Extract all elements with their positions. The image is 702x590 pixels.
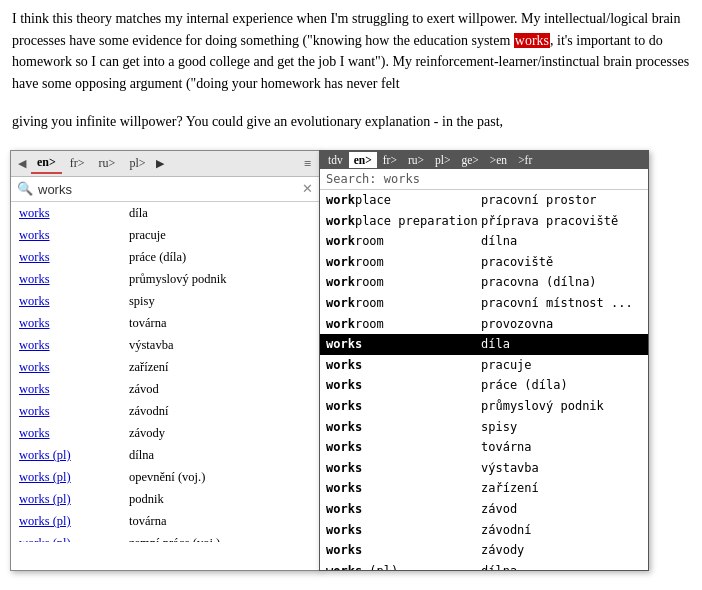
right-trans-workroom2: pracoviště xyxy=(481,253,553,272)
right-row-works4[interactable]: works průmyslový podnik xyxy=(320,396,648,417)
right-word-workroom5: workroom xyxy=(326,315,481,334)
right-word-works5: works xyxy=(326,418,481,437)
left-results-list: works díla works pracuje works práce (dí… xyxy=(11,202,319,542)
right-trans-works7: výstavba xyxy=(481,459,539,478)
left-trans-3: práce (díla) xyxy=(129,247,186,267)
right-word-works10: works xyxy=(326,521,481,540)
right-trans-works5: spisy xyxy=(481,418,517,437)
left-trans-9: závod xyxy=(129,379,159,399)
left-word-12[interactable]: works (pl) xyxy=(19,445,129,465)
right-trans-works8: zařízení xyxy=(481,479,539,498)
left-result-row-14: works (pl) podnik xyxy=(11,488,319,510)
left-word-5[interactable]: works xyxy=(19,291,129,311)
right-trans-workroom5: provozovna xyxy=(481,315,553,334)
right-word-works8: works xyxy=(326,479,481,498)
right-word-workplace2: workplace preparation xyxy=(326,212,481,231)
left-result-row-12: works (pl) dílna xyxy=(11,444,319,466)
tab-ru-left[interactable]: ru> xyxy=(93,154,122,173)
right-row-workroom3[interactable]: workroom pracovna (dílna) xyxy=(320,272,648,293)
left-trans-5: spisy xyxy=(129,291,155,311)
dict-overlay: ◀ en> fr> ru> pl> ▶ ≡ 🔍 ✕ works díla wor… xyxy=(10,150,649,571)
right-row-works3[interactable]: works práce (díla) xyxy=(320,375,648,396)
right-word-workroom1: workroom xyxy=(326,232,481,251)
right-word-works11: works xyxy=(326,541,481,560)
right-word-workspl1: works (pl) xyxy=(326,562,481,570)
left-result-row-16: works (pl) zemní práce (voj.) xyxy=(11,532,319,542)
right-word-works7: works xyxy=(326,459,481,478)
right-row-works5[interactable]: works spisy xyxy=(320,417,648,438)
left-word-1[interactable]: works xyxy=(19,203,129,223)
right-row-workroom1[interactable]: workroom dílna xyxy=(320,231,648,252)
left-word-6[interactable]: works xyxy=(19,313,129,333)
rtab-ge[interactable]: ge> xyxy=(456,152,483,168)
left-trans-4: průmyslový podnik xyxy=(129,269,227,289)
left-trans-13: opevnění (voj.) xyxy=(129,467,205,487)
left-word-3[interactable]: works xyxy=(19,247,129,267)
left-word-14[interactable]: works (pl) xyxy=(19,489,129,509)
rtab-fr[interactable]: fr> xyxy=(378,152,402,168)
left-word-8[interactable]: works xyxy=(19,357,129,377)
right-row-works7[interactable]: works výstavba xyxy=(320,458,648,479)
right-row-works8[interactable]: works zařízení xyxy=(320,478,648,499)
right-word-works6: works xyxy=(326,438,481,457)
right-row-workplace1[interactable]: workplace pracovní prostor xyxy=(320,190,648,211)
left-result-row-15: works (pl) továrna xyxy=(11,510,319,532)
left-result-row-4: works průmyslový podnik xyxy=(11,268,319,290)
rtab-fr-rev[interactable]: >fr xyxy=(513,152,537,168)
right-trans-workroom4: pracovní místnost ... xyxy=(481,294,633,313)
rtab-en[interactable]: en> xyxy=(349,152,377,168)
right-trans-works11: závody xyxy=(481,541,524,560)
tab-pl-left[interactable]: pl> xyxy=(123,154,151,173)
rtab-en-rev[interactable]: >en xyxy=(485,152,512,168)
tab-fr-left[interactable]: fr> xyxy=(64,154,91,173)
left-word-10[interactable]: works xyxy=(19,401,129,421)
search-input-left[interactable] xyxy=(38,182,302,197)
tab-more-left[interactable]: ▶ xyxy=(153,155,167,172)
highlighted-word: works xyxy=(514,33,550,48)
right-trans-works2: pracuje xyxy=(481,356,532,375)
left-result-row-10: works závodní xyxy=(11,400,319,422)
search-icon-left: 🔍 xyxy=(17,181,33,197)
left-word-11[interactable]: works xyxy=(19,423,129,443)
tab-left-arrow[interactable]: ◀ xyxy=(15,155,29,172)
right-trans-works3: práce (díla) xyxy=(481,376,568,395)
right-row-works6[interactable]: works továrna xyxy=(320,437,648,458)
right-row-works11[interactable]: works závody xyxy=(320,540,648,561)
left-word-9[interactable]: works xyxy=(19,379,129,399)
right-row-works9[interactable]: works závod xyxy=(320,499,648,520)
left-word-16[interactable]: works (pl) xyxy=(19,533,129,542)
main-text-bottom: giving you infinite willpower? You could… xyxy=(0,107,702,137)
right-row-works10[interactable]: works závodní xyxy=(320,520,648,541)
right-trans-workspl1: dílna xyxy=(481,562,517,570)
right-word-works4: works xyxy=(326,397,481,416)
right-row-workroom4[interactable]: workroom pracovní místnost ... xyxy=(320,293,648,314)
left-word-15[interactable]: works (pl) xyxy=(19,511,129,531)
left-trans-12: dílna xyxy=(129,445,154,465)
right-search-value: works xyxy=(384,172,420,186)
right-row-workspl1[interactable]: works (pl) dílna xyxy=(320,561,648,570)
right-row-workroom2[interactable]: workroom pracoviště xyxy=(320,252,648,273)
left-trans-10: závodní xyxy=(129,401,169,421)
right-row-workplace2[interactable]: workplace preparation příprava pracovišt… xyxy=(320,211,648,232)
rtab-pl[interactable]: pl> xyxy=(430,152,455,168)
tab-menu-left[interactable]: ≡ xyxy=(300,154,315,174)
rtab-tdv[interactable]: tdv xyxy=(323,152,348,168)
right-word-workroom4: workroom xyxy=(326,294,481,313)
left-result-row-6: works továrna xyxy=(11,312,319,334)
bottom-text-content: giving you infinite willpower? You could… xyxy=(12,114,503,129)
left-word-7[interactable]: works xyxy=(19,335,129,355)
right-word-works3: works xyxy=(326,376,481,395)
right-trans-works9: závod xyxy=(481,500,517,519)
tab-en-left[interactable]: en> xyxy=(31,153,62,174)
right-word-workroom3: workroom xyxy=(326,273,481,292)
left-result-row-13: works (pl) opevnění (voj.) xyxy=(11,466,319,488)
left-word-2[interactable]: works xyxy=(19,225,129,245)
right-row-works2[interactable]: works pracuje xyxy=(320,355,648,376)
left-word-13[interactable]: works (pl) xyxy=(19,467,129,487)
right-row-workroom5[interactable]: workroom provozovna xyxy=(320,314,648,335)
left-trans-14: podnik xyxy=(129,489,164,509)
search-clear-left[interactable]: ✕ xyxy=(302,181,313,197)
rtab-ru[interactable]: ru> xyxy=(403,152,429,168)
left-word-4[interactable]: works xyxy=(19,269,129,289)
right-row-works-selected[interactable]: works díla xyxy=(320,334,648,355)
